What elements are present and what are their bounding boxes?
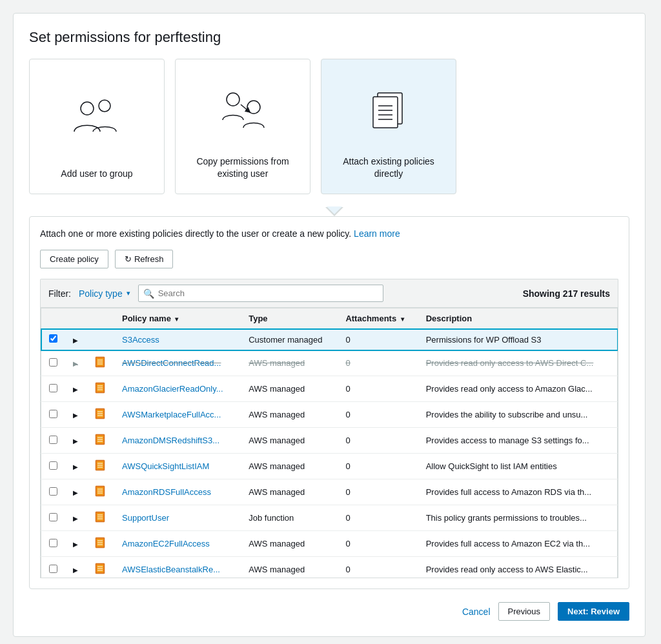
create-policy-button[interactable]: Create policy — [40, 250, 108, 268]
aws-policy-icon — [94, 490, 107, 499]
search-icon: 🔍 — [143, 288, 154, 299]
policy-description: Provides full access to Amazon EC2 via t… — [418, 531, 618, 557]
search-input[interactable] — [138, 285, 383, 302]
next-review-button[interactable]: Next: Review — [558, 602, 629, 621]
content-area: Attach one or more existing policies dir… — [29, 216, 629, 589]
previous-button[interactable]: Previous — [498, 602, 551, 621]
table-row[interactable]: ▶ AWSMarketplaceFullAcc...AWS managed0Pr… — [41, 402, 618, 428]
row-checkbox[interactable] — [49, 513, 57, 521]
attach-policies-label: Attach existing policies directly — [334, 156, 443, 181]
policy-name-link[interactable]: SupportUser — [122, 513, 169, 523]
cancel-button[interactable]: Cancel — [462, 607, 491, 617]
table-row[interactable]: ▶ AWSElasticBeanstalkRe...AWS managed0Pr… — [41, 557, 618, 579]
policy-name-link[interactable]: AWSQuickSightListIAM — [122, 461, 209, 471]
table-row[interactable]: ▶ AmazonEC2FullAccessAWS managed0Provide… — [41, 531, 618, 557]
row-expander[interactable]: ▶ — [73, 337, 78, 344]
row-expander[interactable]: ▶ — [73, 463, 78, 470]
svg-point-2 — [227, 93, 239, 106]
row-checkbox[interactable] — [49, 358, 57, 367]
policy-type-filter[interactable]: Policy type ▾ — [79, 288, 130, 299]
aws-policy-icon — [94, 412, 107, 422]
row-expander[interactable]: ▶ — [73, 567, 78, 574]
row-checkbox[interactable] — [49, 487, 57, 496]
row-expander[interactable]: ▶ — [73, 412, 78, 419]
policy-description: Provides read only access to AWS Direct … — [418, 350, 618, 376]
table-row[interactable]: ▶ SupportUserJob function0This policy gr… — [41, 505, 618, 531]
triangle-inner — [327, 206, 342, 214]
policy-type: Job function — [241, 505, 338, 531]
row-expander[interactable]: ▶ — [73, 386, 78, 393]
row-expander[interactable]: ▶ — [73, 360, 78, 367]
table-wrapper[interactable]: Policy name ▾ Type Attachments ▾ Descrip… — [40, 307, 618, 578]
policy-description: This policy grants permissions to troubl… — [418, 505, 618, 531]
policy-description: Provides read only access to AWS Elastic… — [418, 557, 618, 579]
row-checkbox[interactable] — [49, 410, 57, 418]
aws-policy-icon — [94, 567, 107, 577]
row-checkbox[interactable] — [49, 565, 57, 573]
table-row[interactable]: ▶ AmazonGlacierReadOnly...AWS managed0Pr… — [41, 376, 618, 402]
policy-name-link[interactable]: AmazonEC2FullAccess — [122, 539, 210, 548]
policy-description: Permissions for WP Offload S3 — [418, 329, 618, 350]
row-expander[interactable]: ▶ — [73, 515, 78, 522]
row-expander[interactable]: ▶ — [73, 489, 78, 496]
policy-name-link[interactable]: S3Access — [122, 335, 159, 345]
row-expander[interactable]: ▶ — [73, 541, 78, 548]
policy-type: AWS managed — [241, 402, 338, 428]
policy-type: AWS managed — [241, 350, 338, 376]
table-row[interactable]: ▶ AWSQuickSightListIAMAWS managed0Allow … — [41, 454, 618, 479]
policy-type: AWS managed — [241, 376, 338, 402]
copy-permissions-icon — [220, 88, 265, 133]
policy-type: AWS managed — [241, 479, 338, 505]
search-box: 🔍 — [138, 285, 383, 302]
table-body: ▶S3AccessCustomer managed0Permissions fo… — [41, 329, 618, 579]
policy-name-link[interactable]: AWSDirectConnectRead... — [122, 358, 221, 368]
row-checkbox[interactable] — [49, 384, 57, 392]
table-row[interactable]: ▶ AmazonRDSFullAccessAWS managed0Provide… — [41, 479, 618, 505]
policy-description: Provides read only access to Amazon Glac… — [418, 376, 618, 402]
row-checkbox[interactable] — [49, 436, 57, 444]
card-add-user-group[interactable]: Add user to group — [29, 59, 165, 194]
th-checkbox — [41, 308, 66, 329]
table-row[interactable]: ▶ AWSDirectConnectRead...AWS managed0Pro… — [41, 350, 618, 376]
policy-name-link[interactable]: AmazonRDSFullAccess — [122, 487, 211, 497]
svg-point-1 — [99, 100, 110, 112]
th-icon — [86, 308, 114, 329]
results-count: Showing 217 results — [523, 288, 610, 299]
svg-rect-6 — [373, 97, 398, 128]
policy-attachments: 0 — [338, 376, 418, 402]
policy-type: Customer managed — [241, 329, 338, 350]
policy-description: Provides the ability to subscribe and un… — [418, 402, 618, 428]
policy-name-link[interactable]: AmazonDMSRedshiftS3... — [122, 436, 219, 445]
policy-description: Provides access to manage S3 settings fo… — [418, 428, 618, 454]
group-icon — [71, 94, 123, 139]
policy-name-link[interactable]: AWSMarketplaceFullAcc... — [122, 410, 221, 419]
refresh-button[interactable]: ↻Refresh — [115, 250, 174, 268]
table-row[interactable]: ▶S3AccessCustomer managed0Permissions fo… — [41, 329, 618, 350]
row-expander[interactable]: ▶ — [73, 438, 78, 445]
table-header-row: Policy name ▾ Type Attachments ▾ Descrip… — [41, 308, 618, 329]
aws-policy-icon — [94, 438, 107, 448]
card-copy-permissions[interactable]: Copy permissions from existing user — [175, 59, 310, 194]
policy-name-link[interactable]: AmazonGlacierReadOnly... — [122, 384, 223, 394]
row-checkbox[interactable] — [49, 539, 57, 547]
policy-attachments: 0 — [338, 428, 418, 454]
policy-attachments: 0 — [338, 350, 418, 376]
th-policy-name[interactable]: Policy name ▾ — [114, 308, 241, 329]
permission-cards: Add user to group Copy permi — [29, 59, 629, 194]
chevron-down-icon: ▾ — [127, 289, 130, 297]
attach-policies-icon-area — [368, 72, 410, 149]
th-type[interactable]: Type — [241, 308, 338, 329]
policy-attachments: 0 — [338, 402, 418, 428]
policy-attachments: 0 — [338, 454, 418, 479]
row-checkbox[interactable] — [49, 461, 57, 470]
table-row[interactable]: ▶ AmazonDMSRedshiftS3...AWS managed0Prov… — [41, 428, 618, 454]
th-attachments[interactable]: Attachments ▾ — [338, 308, 418, 329]
learn-more-link[interactable]: Learn more — [354, 228, 400, 239]
policy-name-link[interactable]: AWSElasticBeanstalkRe... — [122, 565, 220, 574]
selected-card-indicator — [29, 207, 629, 216]
row-checkbox[interactable] — [49, 334, 57, 343]
policy-description: Allow QuickSight to list IAM entities — [418, 454, 618, 479]
card-attach-policies[interactable]: Attach existing policies directly — [321, 59, 456, 194]
th-expander — [65, 308, 86, 329]
policy-type: AWS managed — [241, 557, 338, 579]
